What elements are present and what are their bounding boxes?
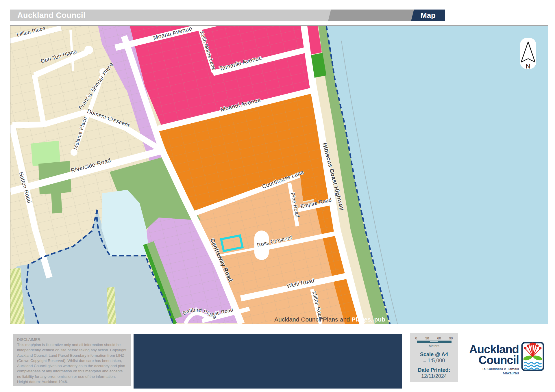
scalebar-tick-0: 0 [415, 337, 417, 340]
pohutukawa-emblem-icon [521, 342, 544, 372]
scalebar-tick-30: 30 [425, 337, 429, 340]
disclaimer-body: This map/plan is illustrative only and a… [17, 342, 127, 384]
scale-label: Scale @ A4 [410, 352, 458, 358]
auckland-council-logo: Auckland Council Te Kaunihera o Tāmaki M… [471, 342, 548, 376]
attribution-highlight: Places, pub [352, 316, 385, 323]
zoning-map: Lillian PlaceDan Tori PlaceFrancis Skinn… [10, 26, 548, 324]
date-printed-label: Date Printed: [410, 367, 458, 373]
map-canvas: Lillian PlaceDan Tori PlaceFrancis Skinn… [10, 25, 548, 324]
attribution-text: Auckland Council Plans and [274, 316, 352, 323]
tab-map: Map [411, 10, 445, 21]
scalebar-tick-90: 90 [449, 337, 453, 340]
tab-map-label: Map [421, 11, 436, 20]
footer-spacer-box [134, 334, 402, 389]
scalebar-units: Meters [410, 344, 458, 348]
map-attribution: Auckland Council Plans and Places, pub [274, 316, 385, 323]
logo-name-line1: Auckland [469, 344, 519, 355]
scalebar-ticks: 0 30 60 90 [415, 337, 453, 340]
page: Auckland Council Map [0, 0, 555, 392]
scalebar-stripe [430, 341, 438, 342]
disclaimer-panel: DISCLAIMER: This map/plan is illustrativ… [13, 334, 131, 386]
date-printed-value: 12/11/2024 [410, 373, 458, 379]
logo-name-line2: Council [469, 355, 519, 365]
north-arrow-label: N [526, 63, 530, 70]
disclaimer-title: DISCLAIMER: [17, 337, 127, 342]
scale-value: = 1:5,000 [410, 358, 458, 364]
wetland-hatch-east [107, 287, 116, 324]
north-arrow: N [520, 38, 536, 70]
logo-text: Auckland Council Te Kaunihera o Tāmaki M… [469, 344, 519, 375]
scale-panel: 0 30 60 90 Meters Scale @ A4 = 1:5,000 D… [410, 333, 458, 382]
header-bar: Auckland Council Map [10, 10, 445, 21]
scalebar-tick-60: 60 [437, 337, 441, 340]
scalebar [417, 341, 452, 343]
logo-tagline: Te Kaunihera o Tāmaki Makaurau [469, 367, 519, 375]
page-title: Auckland Council [17, 10, 86, 21]
